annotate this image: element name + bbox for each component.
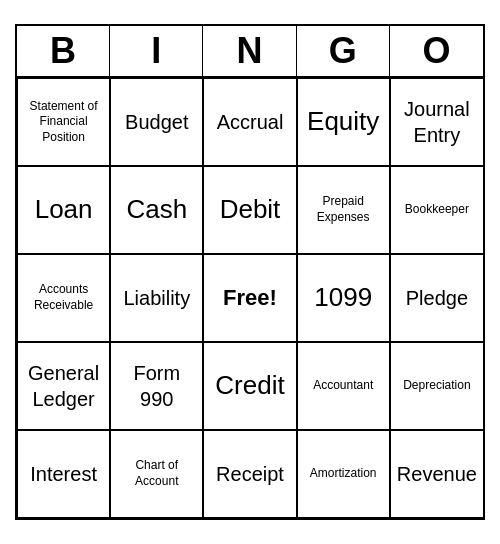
cell-text: Budget xyxy=(125,109,188,135)
bingo-cell: Liability xyxy=(110,254,203,342)
cell-text: Chart of Account xyxy=(115,458,198,489)
header-letter: O xyxy=(390,26,483,76)
header-letter: I xyxy=(110,26,203,76)
bingo-cell: Bookkeeper xyxy=(390,166,483,254)
cell-text: Liability xyxy=(123,285,190,311)
bingo-cell: Receipt xyxy=(203,430,296,518)
cell-text: Statement of Financial Position xyxy=(22,99,105,146)
bingo-cell: Accountant xyxy=(297,342,390,430)
bingo-cell: Budget xyxy=(110,78,203,166)
cell-text: Revenue xyxy=(397,461,477,487)
bingo-cell: Cash xyxy=(110,166,203,254)
bingo-cell: Debit xyxy=(203,166,296,254)
bingo-grid: Statement of Financial PositionBudgetAcc… xyxy=(17,78,483,518)
cell-text: 1099 xyxy=(314,281,372,315)
cell-text: Bookkeeper xyxy=(405,202,469,218)
bingo-cell: Amortization xyxy=(297,430,390,518)
bingo-cell: Journal Entry xyxy=(390,78,483,166)
cell-text: Equity xyxy=(307,105,379,139)
header-letter: B xyxy=(17,26,110,76)
cell-text: Depreciation xyxy=(403,378,470,394)
bingo-cell: Prepaid Expenses xyxy=(297,166,390,254)
cell-text: Pledge xyxy=(406,285,468,311)
cell-text: Debit xyxy=(220,193,281,227)
bingo-cell: Loan xyxy=(17,166,110,254)
bingo-cell: General Ledger xyxy=(17,342,110,430)
bingo-cell: Credit xyxy=(203,342,296,430)
bingo-cell: Statement of Financial Position xyxy=(17,78,110,166)
cell-text: Accountant xyxy=(313,378,373,394)
cell-text: Cash xyxy=(126,193,187,227)
bingo-cell: Free! xyxy=(203,254,296,342)
bingo-cell: Revenue xyxy=(390,430,483,518)
cell-text: Receipt xyxy=(216,461,284,487)
bingo-cell: Equity xyxy=(297,78,390,166)
cell-text: Credit xyxy=(215,369,284,403)
bingo-header: BINGO xyxy=(17,26,483,78)
bingo-card: BINGO Statement of Financial PositionBud… xyxy=(15,24,485,520)
cell-text: Accrual xyxy=(217,109,284,135)
bingo-cell: 1099 xyxy=(297,254,390,342)
cell-text: Accounts Receivable xyxy=(22,282,105,313)
cell-text: Interest xyxy=(30,461,97,487)
bingo-cell: Pledge xyxy=(390,254,483,342)
cell-text: Prepaid Expenses xyxy=(302,194,385,225)
cell-text: Free! xyxy=(223,284,277,313)
cell-text: Form 990 xyxy=(115,360,198,412)
bingo-cell: Accounts Receivable xyxy=(17,254,110,342)
bingo-cell: Accrual xyxy=(203,78,296,166)
bingo-cell: Depreciation xyxy=(390,342,483,430)
bingo-cell: Form 990 xyxy=(110,342,203,430)
cell-text: Loan xyxy=(35,193,93,227)
header-letter: N xyxy=(203,26,296,76)
cell-text: Amortization xyxy=(310,466,377,482)
cell-text: General Ledger xyxy=(22,360,105,412)
bingo-cell: Chart of Account xyxy=(110,430,203,518)
bingo-cell: Interest xyxy=(17,430,110,518)
cell-text: Journal Entry xyxy=(395,96,479,148)
header-letter: G xyxy=(297,26,390,76)
